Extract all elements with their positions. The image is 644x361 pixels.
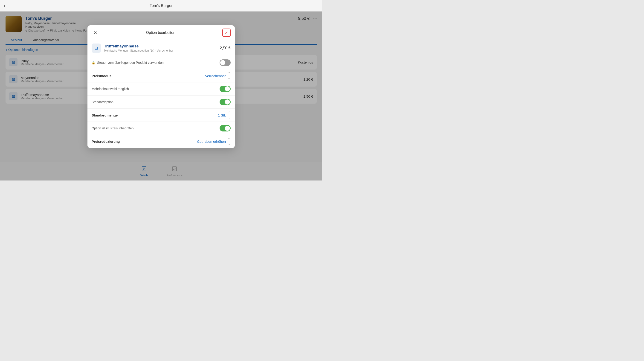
modal-row-preismodus: Preismodus Verrechenbar ⌃ ⌄ (88, 69, 235, 82)
preis-inbegriffen-label: Option ist im Preis inbegriffen (92, 126, 220, 130)
standardoption-toggle-track[interactable]: ✓ (220, 99, 230, 105)
standardmenge-spinner[interactable]: ⌃ ⌄ (228, 112, 230, 118)
standardoption-toggle[interactable]: ✓ (220, 99, 230, 105)
modal-option-sub: Mehrfache Mengen · Standardoption (1x) ·… (104, 49, 216, 52)
modal-option-info: Trüffelmayonnaise Mehrfache Mengen · Sta… (104, 44, 216, 52)
modal-row-standardoption: Standardoption ✓ (88, 96, 235, 109)
standardmenge-label: Standardmenge (92, 113, 218, 117)
main-content: Tom's Burger Patty, Mayonnaise, Trüffelm… (0, 12, 322, 180)
mehrfachauswahl-toggle-track[interactable]: ✓ (220, 86, 230, 92)
modal-row-preis-inbegriffen: Option ist im Preis inbegriffen ✓ (88, 122, 235, 135)
preismodus-spinner[interactable]: ⌃ ⌄ (228, 72, 230, 79)
lock-icon: 🔒 (92, 61, 95, 64)
preisreduzierung-spinner[interactable]: ⌃ ⌄ (228, 138, 230, 144)
modal-close-button[interactable]: ✕ (92, 29, 99, 36)
preis-inbegriffen-toggle-track[interactable]: ✓ (220, 125, 230, 132)
steuer-label: 🔒 Steuer vom überliegenden Produkt verwe… (92, 61, 220, 64)
preisreduzierung-control: Guthaben erhöhen ⌃ ⌄ (197, 138, 230, 144)
preismodus-value: Verrechenbar (205, 74, 226, 78)
modal-overlay: ✕ Option bearbeiten ✓ ⊟ Trüffelmayonnais… (0, 12, 322, 180)
modal-row-steuer: 🔒 Steuer vom überliegenden Produkt verwe… (88, 56, 235, 69)
preismodus-label: Preismodus (92, 74, 205, 78)
mehrfachauswahl-toggle[interactable]: ✓ (220, 86, 230, 92)
standardmenge-value: 1 Stk (218, 113, 226, 117)
mehrfachauswahl-label: Mehrfachauswahl möglich (92, 87, 220, 91)
modal-option-name: Trüffelmayonnaise (104, 44, 216, 48)
steuer-toggle-thumb (220, 60, 225, 65)
option-edit-modal: ✕ Option bearbeiten ✓ ⊟ Trüffelmayonnais… (88, 25, 235, 148)
preismodus-control: Verrechenbar ⌃ ⌄ (205, 72, 230, 79)
modal-row-standardmenge: Standardmenge 1 Stk ⌃ ⌄ (88, 109, 235, 122)
steuer-toggle[interactable] (220, 60, 230, 66)
standardmenge-control: 1 Stk ⌃ ⌄ (218, 112, 230, 118)
preisreduzierung-label: Preisreduzierung (92, 140, 197, 144)
steuer-toggle-track[interactable] (220, 60, 230, 66)
standardoption-label: Standardoption (92, 100, 220, 104)
modal-row-preisreduzierung: Preisreduzierung Guthaben erhöhen ⌃ ⌄ (88, 135, 235, 148)
modal-confirm-button[interactable]: ✓ (222, 28, 230, 37)
page-title: Tom's Burger (150, 4, 172, 8)
modal-option-icon: ⊟ (92, 44, 101, 53)
preis-inbegriffen-toggle[interactable]: ✓ (220, 125, 230, 132)
modal-row-mehrfachauswahl: Mehrfachauswahl möglich ✓ (88, 82, 235, 96)
modal-option-header: ⊟ Trüffelmayonnaise Mehrfache Mengen · S… (88, 40, 235, 56)
modal-header: ✕ Option bearbeiten ✓ (88, 25, 235, 40)
back-button[interactable]: ‹ (4, 3, 5, 8)
modal-title: Option bearbeiten (146, 30, 175, 35)
modal-option-price: 2,50 € (220, 46, 230, 50)
top-bar: ‹ Tom's Burger (0, 0, 322, 12)
preisreduzierung-value: Guthaben erhöhen (197, 140, 226, 144)
modal-body: 🔒 Steuer vom überliegenden Produkt verwe… (88, 56, 235, 148)
